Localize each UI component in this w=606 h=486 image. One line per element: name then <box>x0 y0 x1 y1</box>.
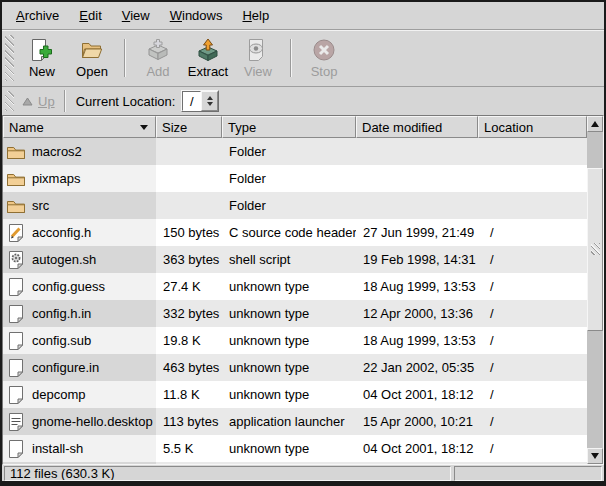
file-row-acconfig.h[interactable]: acconfig.h150 bytesC source code header2… <box>3 219 587 246</box>
name-cell: src <box>3 192 156 219</box>
location-cell: / <box>478 327 587 354</box>
extract-button[interactable]: Extract <box>183 33 233 83</box>
file-row-src[interactable]: srcFolder <box>3 192 587 219</box>
menu-edit[interactable]: Edit <box>69 2 111 29</box>
column-header-location[interactable]: Location <box>478 116 587 138</box>
name-cell: install-sh <box>3 435 156 462</box>
location-cell: / <box>478 435 587 462</box>
file-row-gnome-hello.desktop[interactable]: gnome-hello.desktop113 bytesapplication … <box>3 408 587 435</box>
type-cell: Folder <box>222 138 356 165</box>
file-row-pixmaps[interactable]: pixmapsFolder <box>3 165 587 192</box>
file-name: acconfig.h <box>32 225 91 240</box>
scrollbar-thumb[interactable] <box>587 168 603 331</box>
menu-bar: ArchiveEditViewWindowsHelp <box>2 2 604 30</box>
file-name: configure.in <box>32 360 99 375</box>
view-file-icon <box>246 37 270 63</box>
name-cell: config.sub <box>3 327 156 354</box>
location-bar-handle[interactable] <box>5 91 14 111</box>
type-cell: unknown type <box>222 300 356 327</box>
combo-down-arrow-icon <box>207 102 213 106</box>
file-row-partial[interactable] <box>3 462 587 464</box>
file-row-config.h.in[interactable]: config.h.in332 bytesunknown type12 Apr 2… <box>3 300 587 327</box>
location-cell <box>478 192 587 219</box>
column-header-type[interactable]: Type <box>222 116 356 138</box>
status-text: 112 files (630.3 K) <box>10 466 115 481</box>
file-row-install-sh[interactable]: install-sh5.5 Kunknown type04 Oct 2001, … <box>3 435 587 462</box>
up-button[interactable]: Up <box>18 92 59 111</box>
toolbar-button-label: Extract <box>188 64 228 79</box>
vertical-scrollbar[interactable] <box>587 116 603 464</box>
column-header-label: Location <box>484 120 533 135</box>
location-combo[interactable]: / <box>181 90 219 112</box>
column-header-label: Size <box>162 120 187 135</box>
combo-dropdown-button[interactable] <box>201 91 218 111</box>
document-lines-icon <box>6 412 26 432</box>
scrollbar-trough[interactable] <box>587 132 603 448</box>
location-cell: / <box>478 381 587 408</box>
up-button-label: Up <box>38 94 55 109</box>
current-location-label: Current Location: <box>76 94 176 109</box>
type-cell: shell script <box>222 246 356 273</box>
location-combo-value[interactable]: / <box>182 91 201 111</box>
column-header-name[interactable]: Name <box>3 116 156 138</box>
document-icon <box>6 304 26 324</box>
column-header-label: Type <box>228 120 256 135</box>
add-files-icon <box>146 37 170 63</box>
menu-windows[interactable]: Windows <box>160 2 233 29</box>
location-bar-separator <box>64 90 66 112</box>
file-name: gnome-hello.desktop <box>32 414 153 429</box>
name-cell: depcomp <box>3 381 156 408</box>
column-header-date-modified[interactable]: Date modified <box>356 116 478 138</box>
toolbar-handle[interactable] <box>5 35 14 81</box>
date-cell <box>356 192 478 219</box>
file-row-macros2[interactable]: macros2Folder <box>3 138 587 165</box>
open-button[interactable]: Open <box>67 33 117 83</box>
type-cell: unknown type <box>222 327 356 354</box>
file-row-config.sub[interactable]: config.sub19.8 Kunknown type18 Aug 1999,… <box>3 327 587 354</box>
type-cell <box>222 462 356 464</box>
toolbar-button-label: Stop <box>311 64 338 79</box>
sort-indicator-icon <box>140 125 148 130</box>
toolbar-button-label: Open <box>76 64 108 79</box>
location-bar: Up Current Location: / <box>2 87 604 115</box>
scroll-down-button[interactable] <box>587 448 603 464</box>
date-cell: 04 Oct 2001, 18:12 <box>356 381 478 408</box>
file-row-depcomp[interactable]: depcomp11.8 Kunknown type04 Oct 2001, 18… <box>3 381 587 408</box>
file-row-configure.in[interactable]: configure.in463 bytesunknown type22 Jan … <box>3 354 587 381</box>
file-name: src <box>32 198 49 213</box>
type-cell: unknown type <box>222 381 356 408</box>
location-cell <box>478 462 587 464</box>
size-cell <box>156 462 222 464</box>
stop-button[interactable]: Stop <box>299 33 349 83</box>
scroll-up-button[interactable] <box>587 116 603 132</box>
name-cell: config.h.in <box>3 300 156 327</box>
up-icon <box>22 94 33 109</box>
name-cell: pixmaps <box>3 165 156 192</box>
file-name: config.h.in <box>32 306 91 321</box>
column-header-size[interactable]: Size <box>156 116 222 138</box>
document-pencil-icon <box>6 223 26 243</box>
file-row-config.guess[interactable]: config.guess27.4 Kunknown type18 Aug 199… <box>3 273 587 300</box>
size-cell: 463 bytes <box>156 354 222 381</box>
type-cell: unknown type <box>222 354 356 381</box>
location-cell <box>478 138 587 165</box>
name-cell <box>3 462 156 464</box>
file-name: install-sh <box>32 441 83 456</box>
new-button[interactable]: New <box>17 33 67 83</box>
document-icon <box>6 331 26 351</box>
menu-view[interactable]: View <box>112 2 160 29</box>
type-cell: Folder <box>222 192 356 219</box>
stop-icon <box>312 37 336 63</box>
size-cell: 5.5 K <box>156 435 222 462</box>
file-row-autogen.sh[interactable]: autogen.sh363 bytesshell script19 Feb 19… <box>3 246 587 273</box>
date-cell: 15 Apr 2000, 10:21 <box>356 408 478 435</box>
menu-help[interactable]: Help <box>232 2 279 29</box>
date-cell: 27 Jun 1999, 21:49 <box>356 219 478 246</box>
status-secondary-panel <box>454 466 602 481</box>
folder-icon <box>6 142 26 162</box>
view-button[interactable]: View <box>233 33 283 83</box>
menu-archive[interactable]: Archive <box>6 2 69 29</box>
add-button[interactable]: Add <box>133 33 183 83</box>
type-cell: Folder <box>222 165 356 192</box>
name-cell: autogen.sh <box>3 246 156 273</box>
